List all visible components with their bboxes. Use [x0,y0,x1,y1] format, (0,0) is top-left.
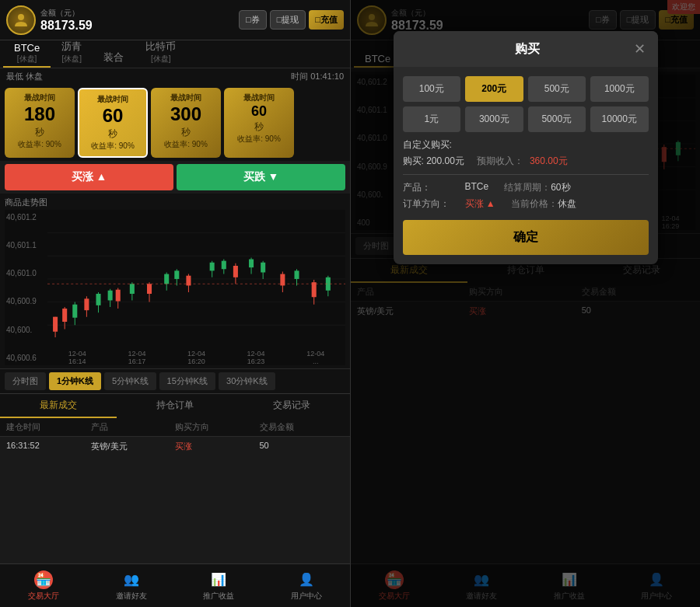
modal-close-button[interactable]: ✕ [634,40,646,58]
nav-label-invite: 邀请好友 [116,591,147,602]
svg-rect-7 [53,316,58,331]
modal-header: 购买 ✕ [394,31,658,67]
svg-rect-37 [210,263,215,271]
detail-duration-value: 60秒 [551,181,570,194]
user-center-icon: 👤 [297,570,316,589]
tab-bitcoin[interactable]: 比特币 [休盘] [135,37,187,68]
nav-user-center[interactable]: 👤 用户中心 [263,564,351,607]
trade-buttons: 买涨 ▲ 买跌 ▼ [0,161,350,194]
svg-point-0 [18,14,24,20]
tf-1min[interactable]: 1分钟K线 [49,372,101,390]
status-left: 最低 休盘 [6,71,43,82]
detail-price-value: 休盘 [558,197,576,211]
timeframe-row: 分时图 1分钟K线 5分钟K线 15分钟K线 30分钟K线 [0,368,350,393]
amount-1[interactable]: 1元 [403,106,461,132]
product-tabs: BTCe [休盘] 沥青 [休盘] 装合 比特币 [休盘] [0,40,350,68]
nav-promotion[interactable]: 📊 推广收益 [175,564,263,607]
detail-direction-value: 买涨 ▲ [465,197,495,211]
withdraw-button[interactable]: □提现 [270,10,306,30]
trading-hall-icon: 🏪 [34,570,53,589]
expected-label: 预期收入： [477,155,523,168]
nav-invite[interactable]: 👥 邀请好友 [88,564,176,607]
svg-rect-27 [96,294,100,305]
detail-duration-label: 结算周期： [504,181,551,194]
bottom-nav: 🏪 交易大厅 👥 邀请好友 📊 推广收益 👤 用户中心 [0,563,350,607]
balance-label: 金额（元） [40,8,239,19]
nav-label-trading: 交易大厅 [28,591,59,602]
detail-product-row: 产品： BTCe 结算周期： 60秒 [403,181,649,194]
svg-rect-41 [249,259,254,267]
left-panel: 金额（元） 88173.59 □券 □提现 □充值 BTCe [休盘] 沥青 [… [0,0,350,607]
nav-trading-hall[interactable]: 🏪 交易大厅 [0,564,88,607]
right-panel: 金额（元） 88173.59 □券 □提现 □充值 欢迎您 BTCe 沥青 装合… [350,0,700,607]
tab-positions[interactable]: 持仓订单 [117,394,233,418]
amount-10000[interactable]: 10000元 [590,106,649,132]
svg-rect-19 [233,266,238,277]
tab-combine[interactable]: 装合 [93,47,135,68]
svg-rect-29 [108,291,113,301]
buy-up-button[interactable]: 买涨 ▲ [5,164,173,190]
chart-canvas: 40,601.2 40,601.1 40,601.0 40,600.9 40,6… [5,210,345,365]
purchase-modal: 购买 ✕ 100元 200元 500元 1000元 1元 3000元 5000元… [394,31,658,264]
timer-180[interactable]: 最战时间 180 秒 收益率: 90% [5,88,75,158]
tf-5min[interactable]: 5分钟K线 [104,372,156,390]
tab-latest-trades[interactable]: 最新成交 [0,394,117,418]
amount-1000[interactable]: 1000元 [590,76,649,102]
svg-rect-23 [312,282,317,297]
svg-rect-31 [130,284,135,294]
orders-header: 建仓时间 产品 购买方向 交易金额 [0,418,350,437]
svg-rect-25 [72,305,77,318]
svg-rect-43 [261,263,265,273]
modal-overlay[interactable]: 购买 ✕ 100元 200元 500元 1000元 1元 3000元 5000元… [351,0,700,607]
chart-label: 商品走势图 [5,197,345,208]
header-buttons: □券 □提现 □充值 [239,10,344,30]
timer-60[interactable]: 最战时间 60 秒 收益率: 90% [78,88,148,158]
modal-title: 购买 [515,41,540,58]
detail-price-label: 当前价格： [511,197,558,211]
amount-100[interactable]: 100元 [403,76,461,102]
tf-15min[interactable]: 15分钟K线 [159,372,216,390]
svg-rect-33 [164,274,169,284]
table-row: 16:31:52 英镑/美元 买涨 50 [0,437,350,457]
recharge-button[interactable]: □充值 [309,10,344,30]
amount-200[interactable]: 200元 [465,76,523,102]
nav-label-user: 用户中心 [291,591,322,602]
tf-minute[interactable]: 分时图 [5,372,46,390]
detail-product-label: 产品： [403,181,465,194]
amount-500[interactable]: 500元 [528,76,586,102]
svg-rect-13 [116,290,121,302]
nav-label-promotion: 推广收益 [203,591,234,602]
tf-30min[interactable]: 30分钟K线 [219,372,275,390]
detail-product-value: BTCe [465,181,489,194]
buy-summary: 购买: 200.00元 [403,155,464,168]
svg-rect-35 [174,270,179,279]
avatar [6,5,36,35]
promotion-icon: 📊 [209,570,228,589]
svg-rect-45 [294,270,299,279]
amount-3000[interactable]: 3000元 [465,106,523,132]
timer-300[interactable]: 最战时间 300 秒 收益率: 90% [151,88,221,158]
orders-tabs: 最新成交 持仓订单 交易记录 [0,393,350,418]
ticket-button[interactable]: □券 [239,10,267,30]
expected-income: 360.00元 [530,155,568,168]
confirm-button[interactable]: 确定 [403,220,649,255]
timer-60b[interactable]: 最战时间 60 秒 收益率: 90% [224,88,294,158]
svg-rect-9 [62,309,67,322]
timer-section: 最战时间 180 秒 收益率: 90% 最战时间 60 秒 收益率: 90% 最… [0,85,350,161]
invite-icon: 👥 [122,570,141,589]
amount-5000[interactable]: 5000元 [528,106,586,132]
tab-trade-history[interactable]: 交易记录 [233,394,350,418]
custom-buy-row: 自定义购买: 购买: 200.00元 预期收入： 360.00元 [403,138,649,168]
modal-body: 100元 200元 500元 1000元 1元 3000元 5000元 1000… [394,67,658,264]
chart-section: 商品走势图 40,601.2 40,601.1 40,601.0 40,600.… [0,194,350,368]
status-bar: 最低 休盘 时间 01:41:10 [0,68,350,85]
detail-direction-row: 订单方向： 买涨 ▲ 当前价格： 休盘 [403,197,649,211]
amount-grid: 100元 200元 500元 1000元 1元 3000元 5000元 1000… [403,76,649,132]
tab-btce[interactable]: BTCe [休盘] [3,39,51,68]
status-right: 时间 01:41:10 [291,71,344,82]
header: 金额（元） 88173.59 □券 □提现 □充值 [0,0,350,40]
tab-pitch[interactable]: 沥青 [休盘] [51,37,93,68]
chart-y-labels: 40,601.2 40,601.1 40,601.0 40,600.9 40,6… [5,210,47,365]
svg-rect-11 [84,298,89,310]
buy-down-button[interactable]: 买跌 ▼ [177,164,345,190]
